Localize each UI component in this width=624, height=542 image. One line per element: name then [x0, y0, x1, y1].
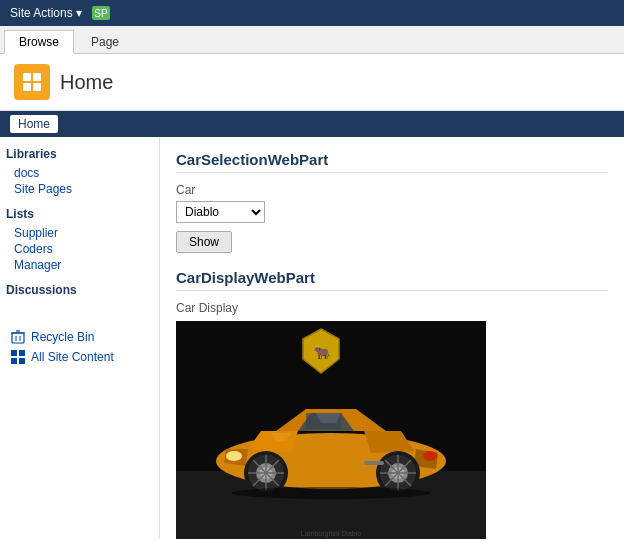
car-image-container: 🐂	[176, 321, 486, 539]
sidebar-item-docs[interactable]: docs	[6, 165, 153, 181]
sharepoint-icon: SP	[92, 6, 110, 20]
quick-nav-bar: Home	[0, 111, 624, 137]
site-actions-button[interactable]: Site Actions ▾	[4, 4, 88, 22]
svg-point-45	[226, 451, 242, 461]
page-icon	[14, 64, 50, 100]
car-dropdown[interactable]: Diablo Murcielago Gallardo Aventador	[176, 201, 265, 223]
sidebar: Libraries docs Site Pages Lists Supplier…	[0, 137, 160, 539]
site-actions-arrow: ▾	[76, 6, 82, 20]
svg-rect-11	[11, 350, 17, 356]
svg-point-46	[423, 451, 437, 461]
svg-text:SP: SP	[94, 8, 108, 19]
sidebar-item-manager[interactable]: Manager	[6, 257, 153, 273]
page-header: Home	[0, 54, 624, 111]
svg-rect-4	[23, 83, 31, 91]
svg-rect-13	[11, 358, 17, 364]
recycle-bin-label: Recycle Bin	[31, 330, 94, 344]
svg-rect-47	[364, 461, 384, 465]
svg-rect-14	[19, 358, 25, 364]
libraries-section-title: Libraries	[6, 147, 153, 161]
recycle-bin-icon	[10, 329, 26, 345]
sidebar-item-coders[interactable]: Coders	[6, 241, 153, 257]
car-display-label: Car Display	[176, 301, 608, 315]
discussions-section-title: Discussions	[6, 283, 153, 297]
svg-text:Lamborghini Diablo: Lamborghini Diablo	[301, 530, 361, 538]
svg-rect-3	[33, 73, 41, 81]
svg-rect-2	[23, 73, 31, 81]
home-icon	[20, 70, 44, 94]
car-select-row: Diablo Murcielago Gallardo Aventador	[176, 201, 608, 223]
quick-nav-home[interactable]: Home	[10, 115, 58, 133]
recycle-bin-link[interactable]: Recycle Bin	[6, 327, 153, 347]
sidebar-item-supplier[interactable]: Supplier	[6, 225, 153, 241]
all-site-content-icon	[10, 349, 26, 365]
car-selection-webpart-title: CarSelectionWebPart	[176, 151, 608, 173]
car-display-webpart: CarDisplayWebPart Car Display 🐂	[176, 269, 608, 539]
site-actions-label: Site Actions	[10, 6, 73, 20]
lists-section-title: Lists	[6, 207, 153, 221]
tab-browse[interactable]: Browse	[4, 30, 74, 54]
car-field-label: Car	[176, 183, 608, 197]
page-title: Home	[60, 71, 113, 94]
sidebar-item-site-pages[interactable]: Site Pages	[6, 181, 153, 197]
content-area: CarSelectionWebPart Car Diablo Murcielag…	[160, 137, 624, 539]
top-nav: Site Actions ▾ SP	[0, 0, 624, 26]
tab-page[interactable]: Page	[76, 30, 134, 53]
ribbon-tabs: Browse Page	[0, 26, 624, 54]
svg-rect-12	[19, 350, 25, 356]
car-image: 🐂	[176, 321, 486, 539]
show-button[interactable]: Show	[176, 231, 232, 253]
all-site-content-label: All Site Content	[31, 350, 114, 364]
svg-text:🐂: 🐂	[313, 344, 331, 361]
car-display-webpart-title: CarDisplayWebPart	[176, 269, 608, 291]
all-site-content-link[interactable]: All Site Content	[6, 347, 153, 367]
svg-rect-5	[33, 83, 41, 91]
svg-point-48	[231, 487, 431, 499]
main-layout: Libraries docs Site Pages Lists Supplier…	[0, 137, 624, 539]
svg-rect-6	[12, 333, 24, 343]
